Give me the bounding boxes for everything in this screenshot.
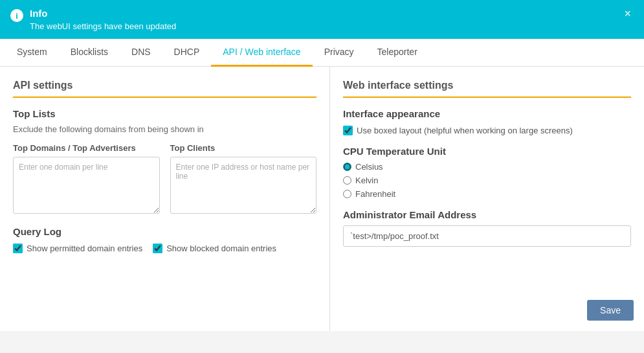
fahrenheit-row: Fahrenheit — [343, 189, 631, 199]
show-blocked-row: Show blocked domain entries — [153, 244, 276, 253]
kelvin-row: Kelvin — [343, 176, 631, 185]
boxed-layout-row: Use boxed layout (helpful when working o… — [343, 126, 631, 135]
boxed-layout-label: Use boxed layout (helpful when working o… — [357, 126, 573, 135]
show-blocked-checkbox[interactable] — [153, 244, 162, 253]
info-banner-text: Info The webUI settings have been update… — [30, 8, 176, 31]
tab-api-web-interface[interactable]: API / Web interface — [211, 39, 312, 67]
top-clients-textarea[interactable] — [170, 157, 317, 214]
tab-teleporter[interactable]: Teleporter — [366, 39, 429, 67]
tab-dhcp[interactable]: DHCP — [162, 39, 212, 67]
web-interface-settings-title: Web interface settings — [343, 80, 631, 98]
info-banner-content: i Info The webUI settings have been upda… — [10, 8, 176, 31]
show-permitted-row: Show permitted domain entries — [13, 244, 142, 253]
top-clients-col: Top Clients — [170, 143, 317, 216]
query-log-title: Query Log — [13, 226, 316, 237]
main-content: API settings Top Lists Exclude the follo… — [0, 67, 644, 331]
fahrenheit-radio[interactable] — [343, 190, 351, 198]
top-clients-label: Top Clients — [170, 143, 317, 153]
save-button[interactable]: Save — [587, 300, 634, 321]
tab-blocklists[interactable]: Blocklists — [59, 39, 120, 67]
celsius-radio[interactable] — [343, 163, 351, 171]
admin-email-input[interactable] — [343, 225, 631, 247]
top-domains-textarea[interactable] — [13, 157, 160, 214]
top-lists-subtitle: Exclude the following domains from being… — [13, 124, 316, 134]
info-close-button[interactable]: × — [621, 8, 634, 19]
admin-email-title: Administrator Email Address — [343, 209, 631, 220]
cpu-temp-title: CPU Temperature Unit — [343, 146, 631, 157]
celsius-row: Celsius — [343, 162, 631, 172]
right-panel: Web interface settings Interface appeara… — [330, 67, 644, 331]
api-settings-title: API settings — [13, 80, 316, 98]
top-domains-label: Top Domains / Top Advertisers — [13, 143, 160, 153]
query-log-checkboxes: Show permitted domain entries Show block… — [13, 244, 316, 258]
info-icon: i — [10, 9, 23, 22]
top-domains-col: Top Domains / Top Advertisers — [13, 143, 160, 216]
celsius-label: Celsius — [355, 162, 383, 172]
tab-privacy[interactable]: Privacy — [313, 39, 366, 67]
top-lists-columns: Top Domains / Top Advertisers Top Client… — [13, 143, 316, 216]
info-banner: i Info The webUI settings have been upda… — [0, 0, 644, 39]
tab-system[interactable]: System — [5, 39, 59, 67]
tab-dns[interactable]: DNS — [120, 39, 162, 67]
kelvin-radio[interactable] — [343, 176, 351, 185]
show-permitted-label: Show permitted domain entries — [27, 244, 142, 253]
info-banner-title: Info — [30, 8, 176, 19]
interface-appearance-title: Interface appearance — [343, 108, 631, 119]
left-panel: API settings Top Lists Exclude the follo… — [0, 67, 330, 331]
kelvin-label: Kelvin — [355, 176, 378, 185]
tabs-bar: System Blocklists DNS DHCP API / Web int… — [0, 39, 644, 67]
top-lists-title: Top Lists — [13, 108, 316, 119]
show-blocked-label: Show blocked domain entries — [166, 244, 276, 253]
info-banner-message: The webUI settings have been updated — [30, 21, 176, 31]
show-permitted-checkbox[interactable] — [13, 244, 23, 253]
boxed-layout-checkbox[interactable] — [343, 126, 353, 135]
fahrenheit-label: Fahrenheit — [355, 189, 395, 199]
